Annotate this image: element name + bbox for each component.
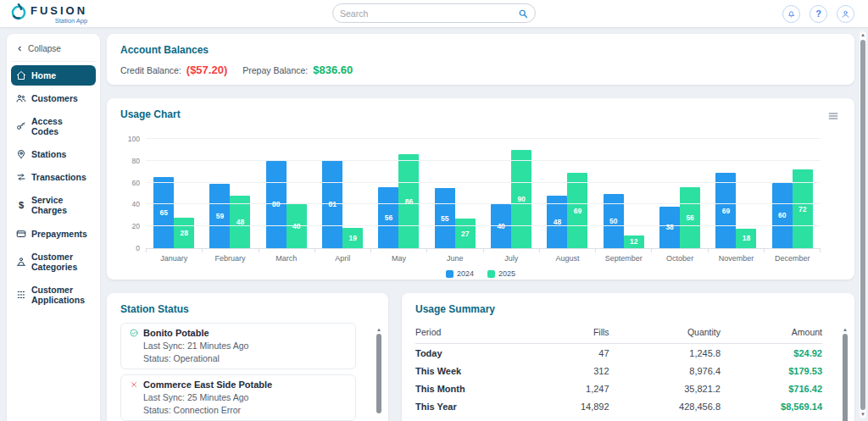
bar-2024-may[interactable]: 56 <box>378 187 398 248</box>
bar-group-june: 5527 <box>427 139 483 248</box>
sidebar-item-transactions[interactable]: Transactions <box>11 167 96 187</box>
chart-x-tick <box>371 249 427 252</box>
summary-fills: 47 <box>512 348 609 358</box>
users-icon <box>16 93 26 103</box>
chart-x-label: November <box>708 254 764 263</box>
chart-x-label: June <box>427 254 483 263</box>
sidebar-item-home[interactable]: Home <box>11 65 96 86</box>
chart-x-tick <box>427 249 483 252</box>
sidebar-item-access-codes[interactable]: Access Codes <box>11 111 96 141</box>
bar-2025-may[interactable]: 86 <box>398 154 419 248</box>
app-logo[interactable]: FUSION Station App <box>10 3 87 25</box>
station-item-commerce-east-side-potable[interactable]: Commerce East Side PotableLast Sync: 25 … <box>120 374 356 421</box>
chart-gridline <box>146 138 821 139</box>
page-scrollbar-thumb[interactable] <box>860 40 865 410</box>
station-status-text: Status: Connection Error <box>130 405 347 415</box>
station-name-row: Bonito Potable <box>130 328 347 338</box>
user-profile-button[interactable] <box>837 5 854 23</box>
bar-2025-january[interactable]: 28 <box>174 218 194 248</box>
sidebar-nav: HomeCustomersAccess CodesStationsTransac… <box>11 65 96 310</box>
scroll-up-icon[interactable]: ▲ <box>375 327 383 332</box>
usage-summary-table: PeriodFillsQuantityAmountToday471,245.8$… <box>415 323 841 421</box>
help-button[interactable]: ? <box>810 5 827 23</box>
summary-table-scrollbar[interactable]: ▲ ▼ <box>841 327 849 421</box>
summary-row-this-week: This Week3128,976.4$179.53 <box>415 362 822 379</box>
summary-row-last-year: Last Year13,245381,204.6$7,624.09 <box>415 416 822 421</box>
fusion-drop-icon <box>10 3 27 20</box>
summary-period: This Week <box>415 366 512 376</box>
bar-2025-august[interactable]: 69 <box>567 173 587 248</box>
summary-amount: $179.53 <box>721 366 822 376</box>
chart-y-tick-label: 0 <box>136 244 140 252</box>
bar-2024-january[interactable]: 65 <box>153 177 174 248</box>
summary-col-quantity: Quantity <box>609 327 721 337</box>
bar-2025-june[interactable]: 27 <box>455 219 476 248</box>
sidebar-item-prepayments[interactable]: Prepayments <box>11 224 96 244</box>
notifications-button[interactable] <box>782 5 800 23</box>
bar-2024-december[interactable]: 60 <box>772 183 793 248</box>
bar-2024-february[interactable]: 59 <box>209 184 230 248</box>
bar-2024-june[interactable]: 55 <box>435 188 455 248</box>
chart-y-tick-label: 80 <box>132 157 140 165</box>
transfer-icon <box>16 172 26 182</box>
station-status-card: Station Status Bonito PotableLast Sync: … <box>107 293 388 421</box>
scroll-down-icon[interactable]: ▼ <box>860 412 866 418</box>
chart-y-tick-label: 60 <box>132 179 140 187</box>
app-viewport: FUSION Station App ? <box>0 0 868 421</box>
bar-2024-november[interactable]: 69 <box>715 173 736 248</box>
bar-2024-july[interactable]: 40 <box>491 204 511 248</box>
chart-y-tick-label: 20 <box>132 222 140 230</box>
station-last-sync: Last Sync: 21 Minutes Ago <box>130 341 347 351</box>
legend-item-2024[interactable]: 2024 <box>446 269 474 278</box>
chart-y-tick-label: 40 <box>132 200 140 208</box>
search-input[interactable] <box>340 8 518 19</box>
bar-2024-september[interactable]: 50 <box>604 194 624 249</box>
summary-quantity: 8,976.4 <box>609 366 721 376</box>
usage-summary-title: Usage Summary <box>415 303 841 315</box>
sidebar-item-customers[interactable]: Customers <box>11 88 96 108</box>
chart-plot-area: 6528594880408119568655274090486950123856… <box>146 139 821 249</box>
page-scrollbar[interactable]: ▲ ▼ <box>859 30 867 419</box>
chart-gridline <box>146 203 821 204</box>
summary-fills: 312 <box>512 366 609 376</box>
chart-x-tick <box>765 249 821 252</box>
scrollbar-thumb[interactable] <box>843 334 848 421</box>
bar-group-october: 3856 <box>652 139 708 248</box>
chart-x-tick <box>259 249 315 252</box>
bar-2025-october[interactable]: 56 <box>680 187 700 248</box>
chart-gridline <box>146 182 821 183</box>
bar-2025-november[interactable]: 18 <box>736 229 756 248</box>
scroll-up-icon[interactable]: ▲ <box>860 32 866 38</box>
chart-x-label: October <box>652 254 708 263</box>
sidebar-item-stations[interactable]: Stations <box>11 144 96 164</box>
bar-2025-july[interactable]: 90 <box>511 150 531 248</box>
bar-2025-april[interactable]: 19 <box>342 228 363 249</box>
bar-2024-october[interactable]: 38 <box>659 207 680 248</box>
bar-2025-september[interactable]: 12 <box>624 235 644 248</box>
chart-x-labels: JanuaryFebruaryMarchAprilMayJuneJulyAugu… <box>146 254 821 263</box>
sidebar-item-label: Customer Categories <box>31 252 91 272</box>
summary-quantity: 428,456.8 <box>609 402 721 412</box>
sidebar-item-service-charges[interactable]: $Service Charges <box>11 190 96 220</box>
sidebar-item-customer-categories[interactable]: Customer Categories <box>11 247 96 277</box>
chart-menu-icon[interactable] <box>826 108 841 124</box>
sidebar-item-label: Stations <box>31 149 66 159</box>
bar-2025-march[interactable]: 40 <box>287 204 307 248</box>
summary-amount: $716.42 <box>721 384 822 394</box>
legend-item-2025[interactable]: 2025 <box>487 269 515 278</box>
legend-swatch <box>487 270 495 278</box>
search-icon[interactable] <box>518 8 528 19</box>
station-item-bonito-potable[interactable]: Bonito PotableLast Sync: 21 Minutes AgoS… <box>120 323 356 369</box>
summary-quantity: 35,821.2 <box>609 384 721 394</box>
bar-2024-march[interactable]: 80 <box>266 161 287 248</box>
chart-x-tick <box>540 249 596 252</box>
chart-x-tick <box>596 249 652 252</box>
station-list-scrollbar[interactable]: ▲ ▼ <box>375 327 383 421</box>
scrollbar-thumb[interactable] <box>376 334 381 413</box>
logo-title: FUSION <box>31 5 87 16</box>
sidebar-item-customer-applications[interactable]: Customer Applications <box>11 280 96 310</box>
station-status-text: Status: Operational <box>130 353 347 363</box>
scroll-up-icon[interactable]: ▲ <box>841 327 849 332</box>
sidebar-collapse-button[interactable]: Collapse <box>11 37 96 62</box>
sidebar-item-label: Access Codes <box>31 116 91 136</box>
